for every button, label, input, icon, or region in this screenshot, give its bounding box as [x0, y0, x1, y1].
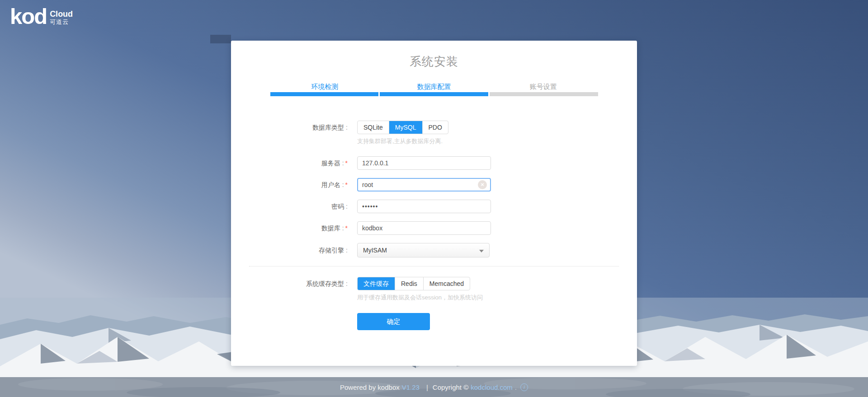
cache-option-redis[interactable]: Redis — [395, 277, 423, 290]
info-icon[interactable]: i — [520, 383, 528, 391]
section-divider — [249, 266, 619, 266]
required-asterisk: * — [345, 159, 348, 167]
copyright-text: Copyright © — [433, 383, 468, 391]
database-input[interactable] — [357, 221, 491, 235]
logo-product-name: Cloud — [50, 10, 73, 19]
cache-option-memcached[interactable]: Memcached — [423, 277, 470, 290]
version-link[interactable]: V1.23 — [402, 383, 420, 391]
required-asterisk: * — [345, 181, 348, 188]
footer-separator: | — [426, 383, 428, 391]
db-type-option-pdo[interactable]: PDO — [422, 121, 448, 134]
password-input[interactable] — [357, 200, 491, 213]
cache-type-label: 系统缓存类型: — [231, 277, 348, 302]
db-config-form: 数据库类型: SQLite MySQL PDO 支持集群部署,主从多数据库分离.… — [231, 121, 637, 330]
kodcloud-link[interactable]: kodcloud.com — [471, 383, 513, 391]
confirm-button[interactable]: 确定 — [357, 313, 430, 330]
tab-db-config[interactable]: 数据库配置 — [379, 82, 489, 91]
powered-by-text: Powered by kodbox — [340, 383, 400, 391]
sky-dark-patch — [210, 35, 231, 43]
engine-label: 存储引擎: — [231, 243, 348, 257]
chevron-down-icon — [479, 250, 484, 252]
footer-bar: Powered by kodbox V1.23 | Copyright © ko… — [0, 377, 868, 397]
cache-option-file[interactable]: 文件缓存 — [358, 277, 395, 290]
db-type-segmented-control: SQLite MySQL PDO — [357, 121, 448, 134]
required-asterisk: * — [345, 224, 348, 232]
logo-product-name-cn: 可道云 — [50, 19, 73, 25]
password-label: 密码: — [231, 200, 348, 213]
progress-segment-done — [270, 92, 379, 96]
progress-segment-active — [380, 92, 488, 96]
db-type-label: 数据库类型: — [231, 121, 348, 145]
page-title: 系统安装 — [231, 55, 637, 68]
cache-type-segmented-control: 文件缓存 Redis Memcached — [357, 277, 470, 290]
db-type-option-mysql[interactable]: MySQL — [389, 121, 422, 134]
progress-bar — [270, 92, 598, 96]
database-label: 数据库:* — [231, 221, 348, 235]
progress-segment-pending — [490, 92, 598, 96]
username-label: 用户名:* — [231, 178, 348, 191]
logo-wordmark: kod — [10, 5, 47, 28]
tab-account-setup[interactable]: 账号设置 — [489, 82, 598, 91]
tab-env-check[interactable]: 环境检测 — [270, 82, 380, 91]
footer-period: . — [515, 383, 517, 391]
db-type-option-sqlite[interactable]: SQLite — [358, 121, 389, 134]
server-label: 服务器:* — [231, 156, 348, 170]
storage-engine-select[interactable]: MyISAM — [357, 243, 490, 257]
cache-helper-text: 用于缓存通用数据及会话session，加快系统访问 — [357, 294, 483, 302]
server-input[interactable] — [357, 156, 491, 170]
wizard-steps: 环境检测 数据库配置 账号设置 — [270, 82, 598, 96]
clear-input-icon[interactable]: × — [478, 180, 487, 189]
db-type-helper-text: 支持集群部署,主从多数据库分离. — [357, 137, 448, 145]
username-input[interactable] — [357, 178, 491, 191]
kodcloud-logo: kod Cloud 可道云 — [10, 5, 73, 28]
install-card: 系统安装 环境检测 数据库配置 账号设置 数据库类型: SQLite MySQL… — [231, 41, 637, 366]
storage-engine-value: MyISAM — [363, 247, 387, 254]
